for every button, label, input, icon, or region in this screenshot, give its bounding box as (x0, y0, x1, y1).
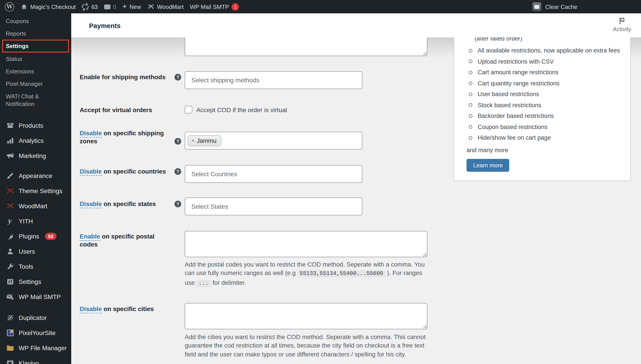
sidebar-item-appearance[interactable]: Appearance (0, 168, 71, 183)
svg-text:y: y (7, 217, 12, 225)
states-select[interactable] (185, 198, 362, 215)
promo-partial-item: (after failed order) (474, 38, 630, 42)
circle-bullet-icon (469, 82, 472, 85)
circle-bullet-icon (469, 60, 472, 63)
remove-tag-icon[interactable]: × (192, 138, 194, 144)
sidebar-item-klaviyo[interactable]: Klaviyo (0, 356, 71, 364)
gear-slash-icon (6, 313, 15, 322)
site-name-menu[interactable]: Magic's Checkout (20, 3, 76, 10)
help-icon[interactable]: ? (174, 201, 181, 207)
sidebar-item-settings-active[interactable]: Settings (2, 40, 69, 52)
wordpress-logo-icon[interactable]: W (5, 2, 14, 11)
disable-countries-link[interactable]: Disable (80, 168, 102, 176)
help-icon[interactable]: ? (174, 168, 181, 175)
promo-feature-list: All available restrictions, now applicab… (454, 42, 630, 141)
page-header: Payments Activity (71, 13, 641, 38)
selected-zone-tag: × Jammu (188, 135, 222, 146)
sidebar-item-analytics[interactable]: Analytics (0, 133, 71, 148)
countries-select[interactable] (185, 165, 362, 183)
help-icon[interactable]: ? (174, 74, 181, 80)
circle-bullet-icon (469, 103, 472, 107)
woocommerce-submenu: Coupons Reports Settings Status Extensio… (0, 13, 71, 110)
sidebar-item-status[interactable]: Status (0, 52, 71, 65)
woodmart-logo-icon (147, 3, 154, 10)
help-icon[interactable]: ? (174, 138, 181, 144)
sidebar-item-duplicator[interactable]: Duplicator (0, 310, 71, 325)
admin-sidebar: Coupons Reports Settings Status Extensio… (0, 13, 71, 364)
settings-form: Enable for shipping methods ? Accept for… (71, 38, 641, 364)
megaphone-icon (6, 151, 15, 160)
updates-icon (81, 2, 90, 11)
sidebar-item-theme-settings[interactable]: Theme Settings (0, 183, 71, 198)
sidebar-item-settings-general[interactable]: Settings (0, 274, 71, 289)
wp-mail-smtp-menu[interactable]: WP Mail SMTP 1 (190, 3, 239, 10)
sidebar-item-pixel-manager[interactable]: Pixel Manager (0, 78, 71, 90)
list-item: Stock based restrictions (469, 102, 626, 108)
cities-textarea[interactable] (185, 303, 427, 329)
sidebar-item-woodmart[interactable]: WoodMart (0, 198, 71, 214)
sliders-icon (6, 277, 15, 286)
site-name: Magic's Checkout (30, 3, 76, 10)
sidebar-item-tools[interactable]: Tools (0, 259, 71, 274)
features-promo-card: (after failed order) All available restr… (454, 38, 631, 181)
list-item: Backorder based restrictions (469, 113, 626, 119)
disable-states-link[interactable]: Disable (80, 200, 102, 208)
sidebar-item-products[interactable]: Products (0, 118, 71, 133)
plus-icon: + (122, 2, 127, 10)
shipping-zones-label: Disable on specific shipping zones (80, 129, 169, 145)
clear-cache-label: Clear Cache (545, 3, 577, 10)
clear-cache-icon (532, 2, 541, 11)
flag-icon (618, 16, 626, 25)
brush-icon (6, 171, 15, 180)
shipping-methods-select[interactable] (185, 71, 362, 89)
cities-label: Disable on specific cities (80, 305, 169, 313)
flag-box-icon (6, 359, 15, 364)
sidebar-item-yith[interactable]: y YITH (0, 214, 71, 229)
postal-code-example: 55133,55134,55400...55600 (297, 270, 385, 278)
disable-cities-link[interactable]: Disable (80, 305, 102, 313)
sidebar-item-plugins[interactable]: Plugins 52 (0, 229, 71, 244)
circle-bullet-icon (469, 114, 472, 118)
states-label: Disable on specific states (80, 200, 169, 208)
postal-codes-textarea[interactable] (185, 231, 427, 257)
updates-menu[interactable]: 63 (82, 3, 98, 10)
enable-postal-codes-link[interactable]: Enable (80, 233, 100, 241)
sidebar-item-wp-mail-smtp[interactable]: WP Mail SMTP (0, 289, 71, 304)
new-content-menu[interactable]: + New (122, 3, 141, 10)
disable-zones-link[interactable]: Disable (80, 130, 102, 138)
list-item: All available restrictions, now applicab… (469, 48, 626, 54)
list-item: User based restrictions (469, 91, 626, 98)
sidebar-item-reports[interactable]: Reports (0, 27, 71, 40)
sidebar-item-marketing[interactable]: Marketing (0, 148, 71, 163)
comments-count: 0 (113, 3, 116, 10)
circle-bullet-icon (469, 70, 472, 74)
top-settings-textarea[interactable] (185, 38, 427, 56)
range-delimiter-example: ... (196, 280, 211, 287)
updates-count: 63 (91, 3, 98, 10)
activity-button[interactable]: Activity (613, 16, 631, 32)
yith-icon: y (6, 217, 15, 226)
sidebar-item-wati-chat[interactable]: WATI Chat & Notification (0, 90, 71, 110)
woodmart-menu[interactable]: WoodMart (147, 3, 184, 10)
list-item: Cart amount range restrictions (469, 70, 626, 76)
home-icon (20, 3, 28, 10)
learn-more-button[interactable]: Learn more (466, 159, 510, 172)
sidebar-item-coupons[interactable]: Coupons (0, 15, 71, 27)
activity-label: Activity (613, 26, 631, 32)
sidebar-item-pixelyoursite[interactable]: PixelYourSite (0, 325, 71, 340)
accept-cod-virtual-label: Accept COD if the order is virtual (196, 106, 287, 114)
sidebar-item-extensions[interactable]: Extensions (0, 65, 71, 78)
new-label: New (130, 3, 141, 10)
woodmart-logo-icon (6, 202, 15, 210)
comment-bubble-icon (104, 4, 110, 9)
sidebar-item-wp-file-manager[interactable]: WP File Manager (0, 340, 71, 356)
shipping-zones-select[interactable]: × Jammu (185, 132, 362, 150)
user-icon (6, 247, 15, 256)
sidebar-item-users[interactable]: Users (0, 244, 71, 259)
wp-mail-smtp-badge: 1 (232, 3, 239, 10)
postal-codes-label: Enable on specific postal codes (80, 232, 169, 248)
postal-codes-help-text: Add the postal codes you want to restric… (185, 260, 429, 288)
clear-cache-button[interactable]: Clear Cache (532, 2, 577, 11)
accept-cod-virtual-checkbox[interactable] (185, 106, 192, 114)
comments-menu[interactable]: 0 (104, 3, 116, 10)
